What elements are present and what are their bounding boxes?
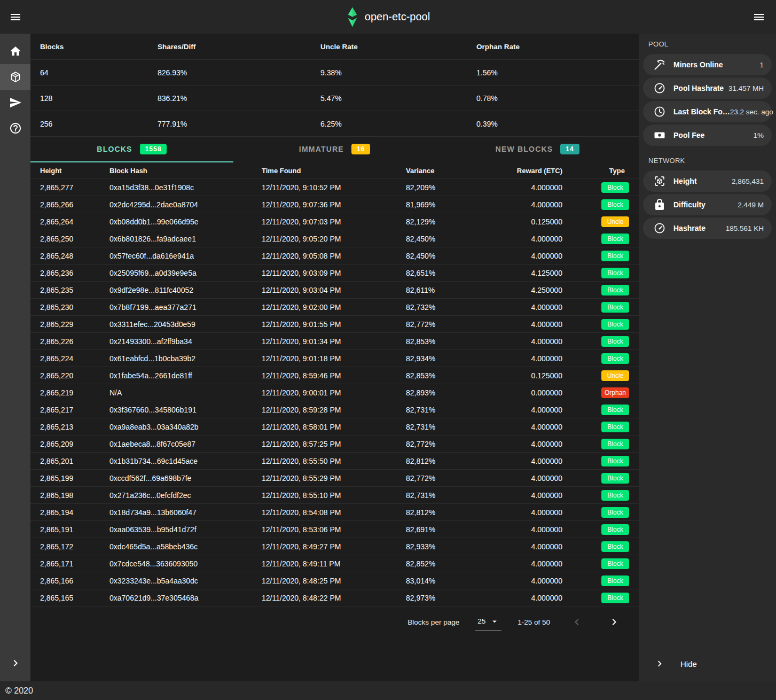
time-found: 12/11/2020, 9:01:34 PM xyxy=(262,337,406,346)
block-height: 2,865,248 xyxy=(40,252,109,260)
nav-blocks-button[interactable] xyxy=(0,64,30,90)
lock-icon xyxy=(653,198,666,211)
stat-pool-hashrate: Pool Hashrate 31.457 MH xyxy=(643,77,772,99)
variance: 81,969% xyxy=(406,200,497,209)
help-icon xyxy=(9,122,22,135)
clock-icon xyxy=(653,105,666,118)
time-found: 12/11/2020, 9:05:20 PM xyxy=(262,235,406,243)
variance: 82,933% xyxy=(406,542,497,551)
block-hash: 0x3233243e...b5a4aa30dc xyxy=(109,577,262,585)
next-page-button[interactable] xyxy=(603,611,625,633)
block-height: 2,865,224 xyxy=(40,354,109,363)
per-page-select[interactable]: 25 xyxy=(475,614,501,631)
block-hash: 0xb08dd0b1...99e066d95e xyxy=(109,217,262,226)
time-found: 12/11/2020, 8:57:25 PM xyxy=(262,440,406,448)
tab-new-blocks[interactable]: NEW BLOCKS 14 xyxy=(436,137,639,162)
reward: 4.000000 xyxy=(497,252,562,260)
stat-label: Hashrate xyxy=(673,224,706,232)
type-badge: Orphan xyxy=(601,387,629,398)
table-row: 2,865,236 0x25095f69...a0d39e9e5a 12/11/… xyxy=(30,265,639,282)
block-hash: 0x18d734a9...13b6060f47 xyxy=(109,508,262,517)
block-hash: 0x61eabfcd...1b0cba39b2 xyxy=(109,354,262,363)
variance: 82,129% xyxy=(406,217,497,226)
tab-immature[interactable]: IMMATURE 16 xyxy=(233,137,436,162)
cube-scan-icon xyxy=(653,175,666,188)
uncle-rate: 6.25% xyxy=(320,120,476,128)
variance: 82,611% xyxy=(406,286,497,294)
hide-sidebar-button[interactable]: Hide xyxy=(643,651,772,676)
stat-value: 1 xyxy=(759,61,764,69)
stat-last-block-found: Last Block Fo… 23.2 sec. ago xyxy=(643,101,772,122)
blocks-window: 256 xyxy=(40,120,158,128)
uncle-rate: 9.38% xyxy=(320,68,476,77)
pagination: Blocks per page 25 1-25 of 50 xyxy=(30,606,639,637)
blocks-table-header: Height Block Hash Time Found Variance Re… xyxy=(30,162,639,179)
type-badge: Block xyxy=(601,405,629,415)
table-row: 2,865,194 0x18d734a9...13b6060f47 12/11/… xyxy=(30,504,639,521)
uncle-rate: 5.47% xyxy=(320,94,476,103)
block-height: 2,865,266 xyxy=(40,200,109,209)
expand-nav-button[interactable] xyxy=(0,652,30,674)
col-header: Shares/Diff xyxy=(158,43,320,51)
block-height: 2,865,209 xyxy=(40,440,109,448)
prev-page-button[interactable] xyxy=(566,611,587,633)
send-icon xyxy=(9,96,22,109)
chevron-right-icon xyxy=(608,616,621,628)
type-badge: Block xyxy=(601,234,629,244)
block-height: 2,865,236 xyxy=(40,269,109,277)
type-badge: Block xyxy=(601,251,629,261)
nav-payments-button[interactable] xyxy=(0,90,30,115)
nav-help-button[interactable] xyxy=(0,115,30,141)
reward: 4.250000 xyxy=(497,286,562,294)
time-found: 12/11/2020, 8:59:46 PM xyxy=(262,371,406,380)
type-badge: Uncle xyxy=(601,216,629,227)
stat-value: 2.449 M xyxy=(738,201,764,209)
type-badge: Block xyxy=(601,439,629,449)
tab-badge: 14 xyxy=(560,144,579,154)
reward: 4.000000 xyxy=(497,440,562,448)
variance: 82,691% xyxy=(406,525,497,534)
menu-icon-right[interactable] xyxy=(746,0,772,34)
reward: 4.000000 xyxy=(497,559,562,568)
time-found: 12/11/2020, 8:49:27 PM xyxy=(262,542,406,551)
variance: 82,973% xyxy=(406,594,497,602)
table-row: 2,865,166 0x3233243e...b5a4aa30dc 12/11/… xyxy=(30,572,639,589)
type-badge: Block xyxy=(601,319,629,330)
block-height: 2,865,229 xyxy=(40,320,109,329)
luck-stats-row: 128 836.21% 5.47% 0.78% xyxy=(30,85,639,111)
table-row: 2,865,217 0x3f367660...345806b191 12/11/… xyxy=(30,401,639,418)
col-header: Block Hash xyxy=(109,167,262,175)
stat-value: 2,865,431 xyxy=(732,177,764,185)
block-hash: 0x3f367660...345806b191 xyxy=(109,406,262,414)
shares-diff: 836.21% xyxy=(158,94,320,103)
tab-blocks[interactable]: BLOCKS 1558 xyxy=(30,137,233,162)
block-hash: 0x3311efec...20453d0e59 xyxy=(109,320,262,329)
hide-label: Hide xyxy=(680,659,697,668)
block-height: 2,865,250 xyxy=(40,235,109,243)
table-row: 2,865,209 0x1aebeca8...8f67c05e87 12/11/… xyxy=(30,435,639,453)
block-height: 2,865,166 xyxy=(40,577,109,585)
pickaxe-icon xyxy=(653,58,666,71)
variance: 82,732% xyxy=(406,303,497,312)
block-height: 2,865,277 xyxy=(40,183,109,192)
page-range: 1-25 of 50 xyxy=(518,618,550,626)
type-badge: Block xyxy=(601,490,629,501)
reward: 4.000000 xyxy=(497,525,562,534)
nav-home-button[interactable] xyxy=(0,38,30,64)
block-height: 2,865,198 xyxy=(40,491,109,500)
tab-badge: 16 xyxy=(351,144,370,154)
type-badge: Block xyxy=(601,541,629,552)
menu-icon[interactable] xyxy=(0,0,30,34)
type-badge: Block xyxy=(601,336,629,347)
type-badge: Block xyxy=(601,422,629,432)
time-found: 12/11/2020, 9:00:01 PM xyxy=(262,388,406,397)
stat-network-height: Height 2,865,431 xyxy=(643,170,772,192)
table-row: 2,865,220 0x1fabe54a...2661de81ff 12/11/… xyxy=(30,367,639,384)
block-hash: 0x1aebeca8...8f67c05e87 xyxy=(109,440,262,448)
reward: 4.125000 xyxy=(497,269,562,277)
time-found: 12/11/2020, 8:49:11 PM xyxy=(262,559,406,568)
reward: 4.000000 xyxy=(497,337,562,346)
col-header: Orphan Rate xyxy=(476,43,639,51)
reward: 4.000000 xyxy=(497,354,562,363)
block-height: 2,865,172 xyxy=(40,542,109,551)
